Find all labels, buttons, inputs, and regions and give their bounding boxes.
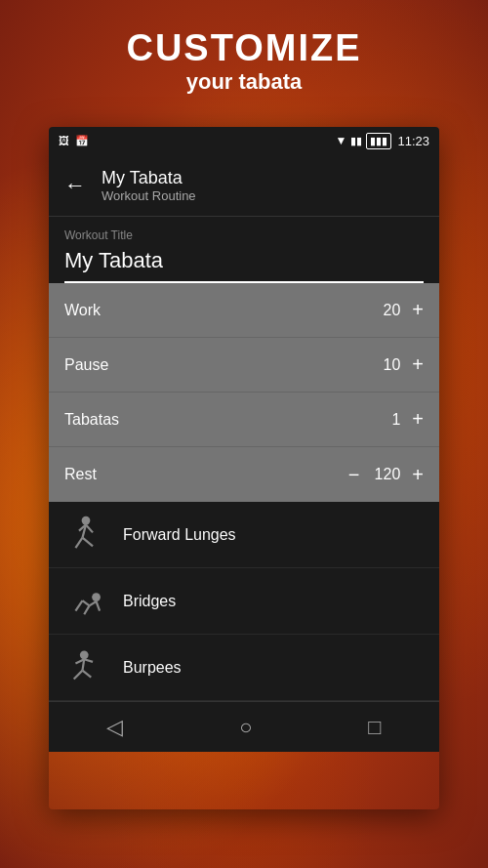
main-subheadline: your tabata (0, 69, 488, 95)
svg-line-3 (82, 537, 93, 546)
work-plus-button[interactable]: + (412, 299, 424, 321)
exercise-name-1: Bridges (123, 593, 176, 610)
svg-line-5 (86, 524, 93, 532)
app-bar-subtitle: Workout Routine (102, 188, 196, 203)
settings-section: Work 20 + Pause 10 + Tabatas 1 + Rest − (49, 283, 439, 502)
nav-recent-button[interactable]: □ (348, 707, 400, 748)
lunges-icon (64, 514, 107, 557)
tabatas-value: 1 (371, 411, 400, 429)
back-button[interactable]: ← (64, 173, 86, 198)
svg-line-8 (82, 600, 89, 605)
status-bar: 🖼 📅 ▼ ▮▮ ▮▮▮ 11:23 (49, 127, 439, 154)
pause-plus-button[interactable]: + (412, 353, 424, 376)
main-headline: CUSTOMIZE (0, 27, 488, 69)
svg-line-15 (82, 670, 91, 677)
photo-icon: 🖼 (59, 135, 69, 146)
nav-bar: ◁ ○ □ (49, 701, 439, 752)
clock: 11:23 (397, 134, 429, 148)
pause-label: Pause (64, 356, 108, 374)
phone-screen: 🖼 📅 ▼ ▮▮ ▮▮▮ 11:23 ← My Tabata Workout R… (49, 127, 439, 809)
rest-minus-button[interactable]: − (348, 464, 360, 486)
svg-line-9 (75, 600, 82, 611)
svg-line-2 (75, 537, 82, 548)
burpees-icon (64, 646, 107, 689)
nav-home-button[interactable]: ○ (220, 707, 271, 748)
rest-plus-button[interactable]: + (412, 464, 424, 486)
rest-label: Rest (64, 466, 97, 483)
status-left-icons: 🖼 📅 (59, 135, 89, 147)
rest-controls: − 120 + (348, 464, 424, 486)
svg-point-6 (92, 593, 101, 601)
app-bar-titles: My Tabata Workout Routine (102, 168, 196, 203)
pause-row: Pause 10 + (49, 338, 439, 393)
bridges-icon (64, 580, 107, 623)
tabatas-controls: 1 + (371, 408, 424, 431)
exercise-row-2[interactable]: Burpees (49, 635, 439, 701)
workout-title-input[interactable] (64, 248, 424, 283)
work-row: Work 20 + (49, 283, 439, 338)
pause-value: 10 (371, 356, 400, 374)
exercise-row-1[interactable]: Bridges (49, 568, 439, 635)
tabatas-plus-button[interactable]: + (412, 408, 424, 431)
svg-point-0 (82, 516, 91, 524)
work-label: Work (64, 302, 101, 319)
work-value: 20 (371, 302, 400, 319)
workout-title-label: Workout Title (64, 228, 424, 242)
exercise-row-0[interactable]: Forward Lunges (49, 502, 439, 568)
signal-icon: ▮▮ (350, 135, 362, 147)
exercise-name-2: Burpees (123, 659, 182, 677)
pause-controls: 10 + (371, 353, 424, 376)
rest-value: 120 (371, 466, 400, 483)
nav-back-button[interactable]: ◁ (87, 707, 142, 748)
svg-line-10 (84, 605, 89, 614)
svg-line-11 (97, 601, 101, 611)
svg-line-14 (74, 670, 83, 679)
svg-point-12 (80, 650, 89, 659)
header-area: CUSTOMIZE your tabata (0, 27, 488, 95)
rest-row: Rest − 120 + (49, 447, 439, 502)
svg-line-17 (84, 659, 93, 662)
tabatas-row: Tabatas 1 + (49, 393, 439, 447)
app-bar: ← My Tabata Workout Routine (49, 154, 439, 217)
exercise-section: Forward Lunges Bridges (49, 502, 439, 701)
work-controls: 20 + (371, 299, 424, 321)
app-bar-title: My Tabata (102, 168, 196, 188)
workout-title-section: Workout Title (49, 217, 439, 283)
wifi-icon: ▼ (336, 134, 347, 147)
status-right-area: ▼ ▮▮ ▮▮▮ 11:23 (336, 133, 429, 149)
svg-line-7 (90, 601, 97, 605)
tabatas-label: Tabatas (64, 411, 119, 429)
calendar-icon: 📅 (75, 135, 89, 147)
exercise-name-0: Forward Lunges (123, 526, 236, 544)
battery-icon: ▮▮▮ (366, 133, 391, 149)
